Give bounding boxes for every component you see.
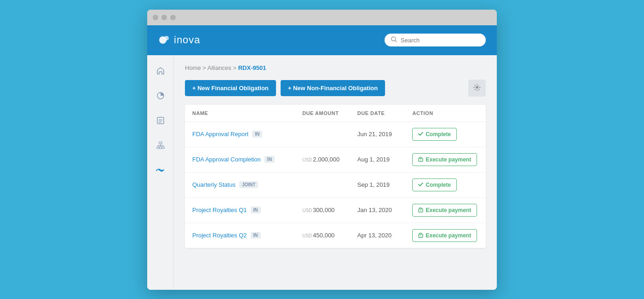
- browser-window: inova: [147, 10, 497, 290]
- svg-point-18: [159, 169, 161, 171]
- sidebar-item-charts[interactable]: [152, 87, 169, 104]
- breadcrumb-home[interactable]: Home: [185, 64, 201, 71]
- due-date-cell: Jun 21, 2019: [357, 131, 413, 138]
- complete-button[interactable]: Complete: [412, 178, 457, 191]
- breadcrumb-alliances[interactable]: Alliances: [207, 64, 231, 71]
- execute-payment-button[interactable]: Execute payment: [412, 153, 477, 166]
- execute-payment-button[interactable]: Execute payment: [412, 204, 477, 217]
- search-bar: [385, 34, 486, 46]
- breadcrumb-sep1: >: [202, 64, 207, 71]
- obligation-tag: IN: [264, 156, 275, 163]
- browser-dot-3: [170, 15, 176, 20]
- new-non-financial-button[interactable]: + New Non-Financial Obligation: [281, 80, 385, 96]
- breadcrumb: Home > Alliances > RDX-9501: [185, 64, 486, 71]
- due-date-cell: Aug 1, 2019: [357, 156, 413, 163]
- col-header-amount: DUE AMOUNT: [302, 110, 357, 116]
- logo-svg-icon: [158, 34, 171, 46]
- table-header: NAME DUE AMOUNT DUE DATE ACTION: [185, 105, 486, 122]
- obligation-tag: JOINT: [239, 181, 258, 188]
- action-cell: Execute payment: [412, 229, 478, 242]
- obligation-name-link[interactable]: Project Royalties Q2: [192, 232, 247, 239]
- obligation-name-link[interactable]: Project Royalties Q1: [192, 207, 247, 213]
- search-input[interactable]: [401, 37, 479, 44]
- due-amount-cell: usd300,000: [302, 207, 357, 213]
- obligation-tag: IN: [251, 232, 261, 239]
- row-name-cell: Project Royalties Q2 IN: [192, 232, 302, 239]
- svg-point-19: [161, 170, 162, 172]
- obligation-name-link[interactable]: FDA Approval Completion: [192, 156, 261, 163]
- table-row: Quarterly Status JOINT Sep 1, 2019 Compl…: [185, 172, 486, 198]
- svg-rect-5: [157, 117, 164, 124]
- browser-dot-2: [161, 15, 167, 20]
- row-name-cell: FDA Approval Completion IN: [192, 156, 302, 163]
- settings-button[interactable]: [468, 80, 486, 97]
- table-row: Project Royalties Q2 IN usd450,000 Apr 1…: [185, 223, 486, 248]
- table-row: FDA Approval Completion IN usd2,000,000 …: [185, 147, 486, 172]
- obligation-tag: IN: [251, 207, 261, 213]
- app-body: Home > Alliances > RDX-9501 + New Financ…: [147, 55, 497, 290]
- svg-rect-12: [162, 147, 164, 149]
- svg-point-24: [420, 210, 421, 211]
- sidebar-item-contacts[interactable]: [152, 112, 169, 129]
- action-cell: Complete: [412, 178, 478, 191]
- new-financial-button[interactable]: + New Financial Obligation: [185, 80, 276, 96]
- row-name-cell: Project Royalties Q1 IN: [192, 207, 302, 213]
- sidebar-item-alliances[interactable]: [152, 162, 169, 178]
- svg-rect-10: [157, 147, 159, 149]
- due-date-cell: Jan 13, 2020: [357, 207, 413, 213]
- sidebar-item-home[interactable]: [152, 63, 169, 79]
- due-amount-cell: usd450,000: [302, 232, 357, 239]
- obligations-table: NAME DUE AMOUNT DUE DATE ACTION FDA Appr…: [185, 105, 486, 248]
- col-header-date: DUE DATE: [357, 110, 413, 116]
- sidebar: [147, 55, 174, 290]
- col-header-action: ACTION: [412, 110, 478, 116]
- action-cell: Execute payment: [412, 153, 478, 166]
- table-row: Project Royalties Q1 IN usd300,000 Jan 1…: [185, 198, 486, 223]
- svg-rect-9: [159, 142, 162, 144]
- col-header-name: NAME: [192, 110, 302, 116]
- search-icon: [391, 36, 397, 44]
- execute-payment-button[interactable]: Execute payment: [412, 229, 477, 242]
- complete-button[interactable]: Complete: [412, 128, 457, 141]
- browser-titlebar: [147, 10, 497, 25]
- svg-point-22: [420, 160, 421, 161]
- breadcrumb-sep2: >: [233, 64, 238, 71]
- action-cell: Complete: [412, 128, 478, 141]
- row-name-cell: FDA Approval Report IN: [192, 131, 302, 138]
- svg-line-3: [395, 40, 397, 42]
- table-row: FDA Approval Report IN Jun 21, 2019 Comp…: [185, 122, 486, 147]
- due-amount-cell: usd2,000,000: [302, 156, 357, 163]
- logo-area: inova: [158, 34, 375, 46]
- obligation-name-link[interactable]: Quarterly Status: [192, 181, 236, 188]
- svg-point-26: [420, 236, 421, 236]
- obligation-tag: IN: [252, 131, 262, 138]
- action-cell: Execute payment: [412, 204, 478, 217]
- breadcrumb-current: RDX-9501: [238, 64, 266, 71]
- logo-text: inova: [174, 34, 201, 46]
- toolbar: + New Financial Obligation + New Non-Fin…: [185, 80, 486, 97]
- svg-rect-11: [159, 147, 161, 149]
- browser-dot-1: [153, 15, 158, 20]
- obligation-name-link[interactable]: FDA Approval Report: [192, 131, 248, 138]
- row-name-cell: Quarterly Status JOINT: [192, 181, 302, 188]
- due-date-cell: Apr 13, 2020: [357, 232, 413, 239]
- app-header: inova: [147, 25, 497, 55]
- sidebar-item-hierarchy[interactable]: [152, 137, 169, 154]
- main-content: Home > Alliances > RDX-9501 + New Financ…: [174, 55, 497, 290]
- due-date-cell: Sep 1, 2019: [357, 181, 413, 188]
- svg-point-1: [164, 36, 169, 40]
